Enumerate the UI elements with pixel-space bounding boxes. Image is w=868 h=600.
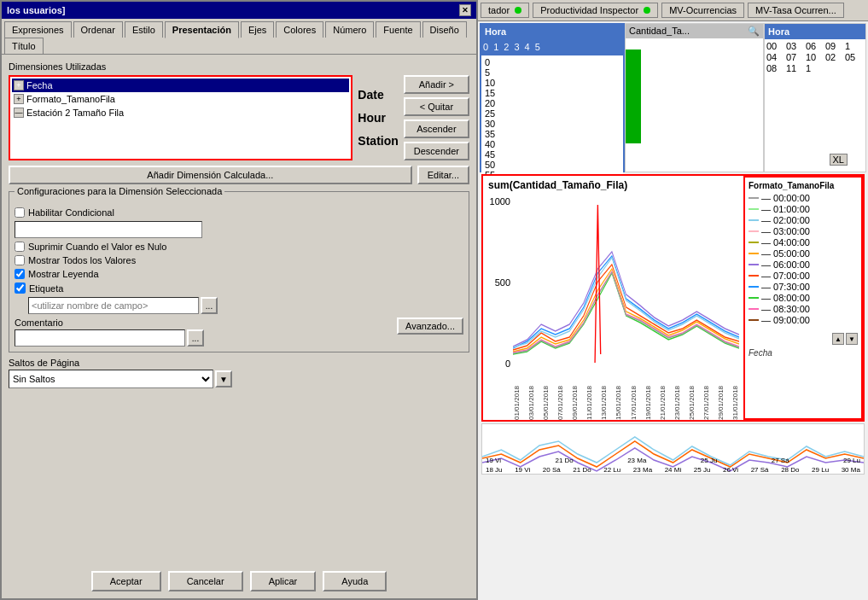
anadir-button[interactable]: Añadir > <box>404 75 469 94</box>
saltos-select[interactable]: Sin Saltos <box>9 370 213 388</box>
anadir-dim-calc-button[interactable]: Añadir Dimensión Calculada... <box>9 166 412 184</box>
nav-tab-mv-tasa[interactable]: MV-Tasa Ocurren... <box>748 3 844 18</box>
dim-item-formato[interactable]: + Formato_TamanoFila <box>12 92 349 106</box>
dim-section: + Fecha + Formato_TamanoFila — Estación … <box>9 75 469 160</box>
legend-item-7: — 07:00:00 <box>749 271 858 281</box>
scroll-up-button[interactable]: ▲ <box>832 333 844 345</box>
main-dialog: los usuarios] ✕ Expresiones Ordenar Esti… <box>0 0 478 600</box>
comentario-browse-button[interactable]: ... <box>187 329 204 347</box>
tab-numero[interactable]: Número <box>325 21 374 38</box>
config-section: Configuraciones para la Dimensión Selecc… <box>9 191 469 352</box>
expand-formato[interactable]: + <box>14 94 24 104</box>
tab-diseno[interactable]: Diseño <box>422 21 467 38</box>
etiqueta-input-row: ... <box>28 297 463 314</box>
legend-item-9: — 08:00:00 <box>749 293 858 303</box>
expand-estacion[interactable]: — <box>14 108 24 118</box>
ayuda-button[interactable]: Ayuda <box>323 571 387 591</box>
aplicar-button[interactable]: Aplicar <box>250 571 317 591</box>
check-mostrar-todos-row: Mostrar Todos los Valores <box>15 255 463 265</box>
check-mostrar-todos-label: Mostrar Todos los Valores <box>28 255 136 265</box>
tab-colores[interactable]: Colores <box>276 21 323 38</box>
dim-list: + Fecha + Formato_TamanoFila — Estación … <box>9 75 352 160</box>
tab-titulo[interactable]: Título <box>4 38 44 54</box>
comentario-input-row: ... <box>15 329 397 347</box>
dialog-footer: Aceptar Cancelar Aplicar Ayuda <box>2 571 476 591</box>
scroll-down-button[interactable]: ▼ <box>846 333 858 345</box>
check-habilitar[interactable] <box>15 207 25 218</box>
green-bar <box>626 50 641 143</box>
tab-expresiones[interactable]: Expresiones <box>4 21 72 38</box>
legend-item-1: — 01:00:00 <box>749 204 858 214</box>
dialog-title: los usuarios] <box>7 5 65 15</box>
check-habilitar-label: Habilitar Condicional <box>28 207 114 218</box>
descender-button[interactable]: Descender <box>404 142 469 160</box>
check-suprimir-label: Suprimir Cuando el Valor es Nulo <box>28 242 166 252</box>
hora-axis: 0 1 2 3 4 5 <box>480 40 625 54</box>
tab-presentacion[interactable]: Presentación <box>165 21 239 38</box>
habilitar-input[interactable] <box>15 221 202 238</box>
dim-item-fecha[interactable]: + Fecha <box>12 79 349 92</box>
saltos-row: Sin Saltos ▼ <box>9 370 469 388</box>
dialog-body: Dimensiones Utilizadas + Fecha + Formato… <box>2 55 476 400</box>
bottom-xaxis-2: 19 Vi 21 Do 23 Ma 25 Ju 27 Sá 29 Lu <box>482 450 864 474</box>
check-mostrar-leyenda-row: Mostrar Leyenda <box>15 269 463 279</box>
check-etiqueta[interactable] <box>15 283 26 294</box>
hora-header: Hora <box>480 23 625 40</box>
side-labels: Date Hour Station <box>358 75 398 160</box>
ascender-button[interactable]: Ascender <box>404 119 469 138</box>
legend-item-0: — 00:00:00 <box>749 193 858 203</box>
check-habilitar-row: Habilitar Condicional <box>15 207 463 218</box>
saltos-section: Saltos de Página Sin Saltos ▼ <box>9 358 469 388</box>
saltos-label: Saltos de Página <box>9 358 469 368</box>
dim-buttons: Añadir > < Quitar Ascender Descender <box>404 75 469 160</box>
legend-item-5: — 05:00:00 <box>749 248 858 259</box>
hora-table-header: Hora <box>765 24 865 39</box>
yaxis: 1000 500 0 <box>483 196 513 369</box>
check-mostrar-leyenda-label: Mostrar Leyenda <box>28 269 99 279</box>
tab-fuente[interactable]: Fuente <box>376 21 420 38</box>
aceptar-button[interactable]: Aceptar <box>91 571 161 591</box>
close-button[interactable]: ✕ <box>459 4 471 16</box>
hora-table: Hora 000306091 0407100205 08111 <box>764 23 866 172</box>
legend-item-8: — 07:30:00 <box>749 282 858 292</box>
dim-used-heading: Dimensiones Utilizadas <box>9 61 469 72</box>
tab-estilo[interactable]: Estilo <box>125 21 163 38</box>
legend-item-11: — 09:00:00 <box>749 315 858 325</box>
main-chart: sum(Cantidad_Tamaño_Fila) 1000 500 0 01/… <box>481 174 865 422</box>
nav-tab-productividad[interactable]: Productividad Inspector <box>533 3 658 18</box>
check-suprimir[interactable] <box>15 242 25 252</box>
cancelar-button[interactable]: Cancelar <box>168 571 243 591</box>
right-panel: tador Productividad Inspector MV-Ocurren… <box>478 0 868 600</box>
label-date: Date <box>358 88 398 102</box>
legend-item-3: — 03:00:00 <box>749 226 858 236</box>
check-mostrar-leyenda[interactable] <box>15 269 25 279</box>
saltos-browse-button[interactable]: ▼ <box>215 370 232 387</box>
top-chart-section: Hora 0 1 2 3 4 5 05101520 2530354045 505… <box>480 23 866 172</box>
calc-dim-row: Añadir Dimensión Calculada... Editar... <box>9 166 469 184</box>
xl-badge: XL <box>830 154 848 166</box>
legend-header: Formato_TamanoFila <box>749 181 858 190</box>
editar-button[interactable]: Editar... <box>417 166 469 184</box>
legend-item-2: — 02:00:00 <box>749 215 858 225</box>
check-mostrar-todos[interactable] <box>15 255 25 265</box>
tab-ordenar[interactable]: Ordenar <box>73 21 123 38</box>
dim-item-estacion[interactable]: — Estación 2 Tamaño Fila <box>12 106 349 119</box>
quitar-button[interactable]: < Quitar <box>404 97 469 116</box>
tabs-bar: Expresiones Ordenar Estilo Presentación … <box>2 19 476 55</box>
tab-ejes[interactable]: Ejes <box>241 21 274 38</box>
label-station: Station <box>358 134 398 148</box>
nav-tab-mv-ocurrencias[interactable]: MV-Ocurrencias <box>661 3 744 18</box>
etiqueta-input[interactable] <box>28 297 199 314</box>
dialog-titlebar: los usuarios] ✕ <box>2 2 476 19</box>
nav-tab-tador[interactable]: tador <box>481 3 529 18</box>
comentario-input[interactable] <box>15 329 185 347</box>
avanzado-button[interactable]: Avanzado... <box>397 317 463 335</box>
bottom-chart: 18 Ju 19 Vi 20 Sá 21 Do 22 Lu 23 Ma 24 M… <box>481 423 865 475</box>
legend-footer: Fecha <box>749 348 858 358</box>
expand-fecha[interactable]: + <box>14 80 24 90</box>
legend-item-4: — 04:00:00 <box>749 237 858 248</box>
hora-table-grid: 000306091 0407100205 08111 <box>765 39 865 75</box>
nav-bar: tador Productividad Inspector MV-Ocurren… <box>478 0 868 21</box>
etiqueta-browse-button[interactable]: ... <box>201 297 218 314</box>
legend-item-10: — 08:30:00 <box>749 304 858 314</box>
